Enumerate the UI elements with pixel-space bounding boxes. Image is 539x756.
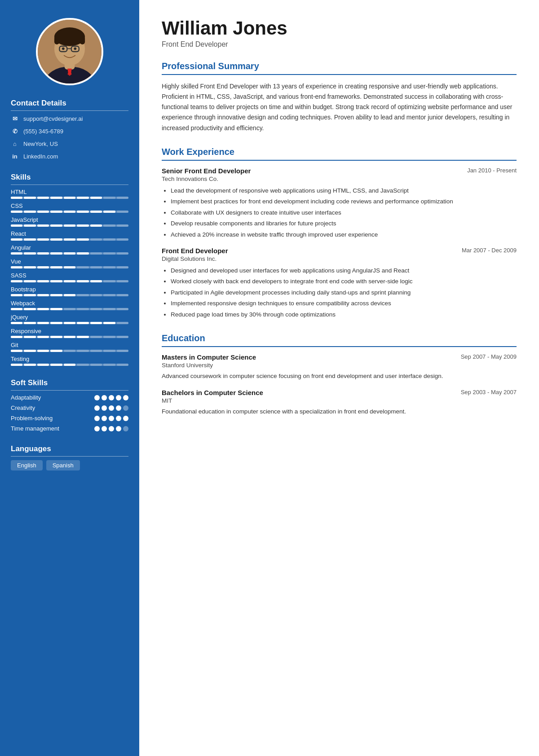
skill-bar-segment (90, 364, 102, 366)
edu-list: Masters in Computer Science Sep 2007 - M… (162, 353, 517, 417)
job-bullet: Participated in Agile development proces… (171, 288, 517, 298)
skill-bar (11, 252, 128, 255)
soft-skill-dot (94, 426, 100, 431)
linkedin-icon: in (11, 152, 19, 160)
contact-item: inLinkedIn.com (11, 152, 128, 160)
experience-section: Work Experience Senior Front End Develop… (162, 147, 517, 320)
skill-bar-segment (103, 224, 115, 227)
skill-bar-segment (37, 238, 49, 241)
contact-title: Contact Details (11, 99, 128, 111)
skill-bar-segment (64, 294, 75, 296)
skill-bar (11, 280, 128, 282)
education-section: Education Masters in Computer Science Se… (162, 333, 517, 417)
contact-text: LinkedIn.com (23, 153, 58, 160)
soft-skill-dot (116, 395, 121, 400)
skill-bar-segment (11, 238, 22, 241)
soft-skills-section: Soft Skills Adaptability Creativity Prob… (11, 378, 128, 432)
svg-rect-6 (80, 36, 85, 44)
skill-bar (11, 238, 128, 241)
skill-bar-segment (103, 252, 115, 255)
job-entry: Front End Developer Mar 2007 - Dec 2009 … (162, 247, 517, 320)
skill-bar-segment (50, 294, 62, 296)
skill-bar-segment (64, 211, 75, 213)
soft-skill-dot (109, 426, 114, 431)
contact-text: support@cvdesigner.ai (23, 115, 83, 122)
soft-skill-name: Adaptability (11, 394, 41, 401)
skill-name: React (11, 230, 128, 237)
soft-skill-item: Time management (11, 425, 128, 432)
skill-item: jQuery (11, 314, 128, 324)
job-header: Senior Front End Developer Jan 2010 - Pr… (162, 167, 517, 175)
skill-bar-segment (64, 266, 75, 268)
candidate-title: Front End Developer (162, 40, 517, 48)
skill-bar-segment (117, 364, 128, 366)
edu-entry: Masters in Computer Science Sep 2007 - M… (162, 353, 517, 381)
skill-item: SASS (11, 272, 128, 282)
summary-title: Professional Summary (162, 61, 517, 75)
skill-bar-segment (11, 308, 22, 310)
soft-skill-name: Time management (11, 425, 59, 432)
skill-bar-segment (117, 308, 128, 310)
skill-bar-segment (50, 252, 62, 255)
skill-bar-segment (64, 280, 75, 282)
skill-bar (11, 211, 128, 213)
contact-section: Contact Details ✉support@cvdesigner.ai✆(… (11, 99, 128, 160)
skill-bar-segment (37, 294, 49, 296)
skill-name: CSS (11, 202, 128, 209)
skill-name: JavaScript (11, 216, 128, 223)
soft-skill-name: Problem-solving (11, 415, 53, 422)
skill-item: Vue (11, 258, 128, 268)
job-bullet: Achieved a 20% increase in website traff… (171, 230, 517, 240)
skill-bar-segment (37, 224, 49, 227)
skill-name: Bootstrap (11, 286, 128, 293)
job-bullets: Lead the development of responsive web a… (162, 186, 517, 240)
skill-item: Bootstrap (11, 286, 128, 296)
job-bullet: Implement best practices for front end d… (171, 197, 517, 207)
skill-bar (11, 322, 128, 324)
soft-skills-list: Adaptability Creativity Problem-solving … (11, 394, 128, 432)
skill-bar-segment (64, 308, 75, 310)
skill-bar-segment (50, 280, 62, 282)
skill-bar-segment (50, 238, 62, 241)
job-bullet: Implemented responsive design techniques… (171, 299, 517, 308)
edu-school: MIT (162, 397, 517, 404)
job-company: Digital Solutions Inc. (162, 255, 517, 262)
job-bullet: Lead the development of responsive web a… (171, 186, 517, 196)
skill-bar-segment (64, 350, 75, 352)
skill-bar-segment (37, 280, 49, 282)
skill-item: Testing (11, 356, 128, 366)
skill-bar-segment (77, 224, 88, 227)
skill-item: HTML (11, 189, 128, 199)
skill-item: React (11, 230, 128, 241)
skill-item: JavaScript (11, 216, 128, 227)
skill-bar-segment (77, 252, 88, 255)
skill-bar-segment (103, 211, 115, 213)
skill-bar-segment (50, 224, 62, 227)
skill-bar-segment (37, 336, 49, 338)
skill-bar-segment (77, 294, 88, 296)
soft-skill-name: Creativity (11, 404, 35, 411)
skill-bar-segment (90, 238, 102, 241)
skill-bar-segment (37, 308, 49, 310)
skill-bar (11, 364, 128, 366)
languages-section: Languages EnglishSpanish (11, 444, 128, 470)
contact-item: ✆(555) 345-6789 (11, 127, 128, 135)
edu-date: Sep 2007 - May 2009 (461, 353, 517, 360)
skill-bar-segment (24, 197, 35, 199)
skill-bar-segment (103, 322, 115, 324)
soft-skill-dot (123, 416, 128, 421)
soft-skill-dot (123, 405, 128, 411)
skill-item: Webpack (11, 300, 128, 310)
skill-name: Git (11, 342, 128, 348)
skill-bar-segment (24, 336, 35, 338)
soft-skill-dot (94, 395, 100, 400)
job-title: Front End Developer (162, 247, 228, 255)
language-tags: EnglishSpanish (11, 460, 128, 470)
skill-bar-segment (103, 266, 115, 268)
skill-item: Angular (11, 244, 128, 255)
jobs-list: Senior Front End Developer Jan 2010 - Pr… (162, 167, 517, 320)
sidebar: Contact Details ✉support@cvdesigner.ai✆(… (0, 0, 139, 756)
skill-bar-segment (37, 252, 49, 255)
skill-bar-segment (117, 224, 128, 227)
skill-bar-segment (11, 211, 22, 213)
